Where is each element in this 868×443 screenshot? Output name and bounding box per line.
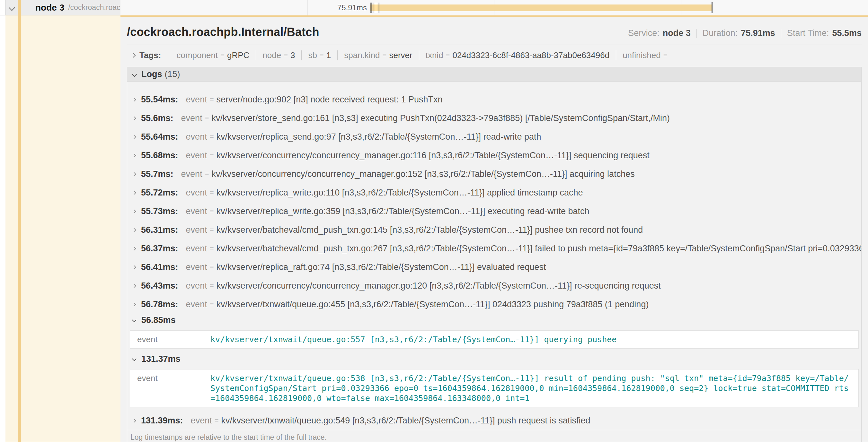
equals-sign: =	[210, 133, 214, 141]
log-field-value: kv/kvserver/replica_send.go:97 [n3,s3,r6…	[217, 132, 541, 142]
tag-item: txnid=024d3323-6c8f-4863-aa8b-37ab0e6349…	[419, 50, 616, 60]
log-entry-row-expanded[interactable]: 56.85ms	[127, 314, 861, 327]
chevron-right-icon[interactable]	[132, 172, 136, 176]
start-time-label: Start Time:	[787, 28, 829, 38]
duration-value: 75.91ms	[741, 28, 775, 38]
log-field-key: event	[186, 281, 207, 291]
log-timestamp: 55.6ms:	[141, 113, 174, 123]
log-field-value: kv/kvserver/replica_write.go:110 [n3,s3,…	[217, 188, 583, 198]
log-field-value: kv/kvserver/concurrency/concurrency_mana…	[212, 169, 635, 179]
log-field-key: event	[186, 150, 207, 161]
key-value-key: event	[130, 331, 210, 348]
chevron-right-icon[interactable]	[132, 154, 136, 158]
log-entry-row[interactable]: 55.68ms:event=kv/kvserver/concurrency/co…	[127, 146, 861, 165]
span-timeline: 75.91ms	[121, 0, 868, 15]
log-field-key: event	[186, 206, 207, 216]
chevron-down-icon[interactable]	[132, 356, 136, 361]
equals-sign: =	[320, 51, 324, 59]
span-duration-bar[interactable]	[370, 4, 713, 11]
log-field-key: event	[186, 95, 207, 105]
log-tick-marker	[374, 3, 374, 13]
log-field-value: kv/kvserver/replica_write.go:359 [n3,s3,…	[217, 206, 589, 216]
key-value-value: kv/kvserver/txnwait/queue.go:557 [n3,s3,…	[210, 331, 858, 348]
chevron-right-icon[interactable]	[132, 116, 136, 121]
tag-value: 024d3323-6c8f-4863-aa8b-37ab0e63496d	[452, 50, 610, 60]
meta-divider	[781, 29, 781, 38]
tag-item: unfinished=	[616, 50, 676, 60]
chevron-down-icon[interactable]	[132, 72, 137, 77]
log-entry-row[interactable]: 55.72ms:event=kv/kvserver/replica_write.…	[127, 183, 861, 202]
chevron-right-icon[interactable]	[132, 284, 136, 288]
chevron-right-icon[interactable]	[132, 302, 136, 307]
log-timestamp: 56.85ms	[141, 315, 176, 325]
chevron-right-icon[interactable]	[131, 53, 136, 58]
tags-summary-list: component=gRPCnode=3sb=1span.kind=server…	[170, 50, 676, 60]
log-timestamp: 56.31ms:	[141, 225, 178, 235]
logs-count: (15)	[165, 69, 180, 79]
log-field-value: kv/kvserver/concurrency/concurrency_mana…	[217, 150, 650, 161]
span-detail-panel: /cockroach.roachpb.Internal/Batch Servic…	[121, 15, 868, 442]
log-timestamp: 56.78ms:	[141, 300, 178, 309]
chevron-right-icon[interactable]	[132, 191, 136, 195]
chevron-right-icon[interactable]	[132, 135, 136, 139]
equals-sign: =	[210, 207, 214, 215]
tags-accordian[interactable]: Tags: component=gRPCnode=3sb=1span.kind=…	[127, 49, 862, 62]
equals-sign: =	[220, 51, 224, 59]
log-entry-row-expanded[interactable]: 131.37ms	[127, 352, 861, 365]
log-entry-row[interactable]: 55.54ms:event=server/node.go:902 [n3] no…	[127, 90, 861, 109]
log-tick-marker	[370, 3, 371, 13]
log-field-value: kv/kvserver/store_send.go:161 [n3,s3] ex…	[212, 113, 670, 123]
log-entry-row[interactable]: 56.41ms:event=kv/kvserver/replica_raft.g…	[127, 258, 861, 276]
logs-header[interactable]: Logs (15)	[127, 67, 861, 82]
log-key-value-table: eventkv/kvserver/txnwait/queue.go:538 [n…	[130, 369, 859, 407]
tag-key: span.kind	[344, 50, 380, 60]
chevron-right-icon[interactable]	[132, 209, 136, 213]
header-divider	[127, 45, 862, 45]
log-entry-row[interactable]: 55.7ms:event=kv/kvserver/concurrency/con…	[127, 165, 861, 183]
chevron-right-icon[interactable]	[132, 246, 136, 251]
equals-sign: =	[210, 189, 214, 197]
log-entry-row[interactable]: 56.78ms:event=kv/kvserver/txnwait/queue.…	[127, 295, 861, 314]
log-timestamp: 55.68ms:	[141, 150, 178, 161]
log-field-key: event	[186, 132, 207, 142]
tag-key: txnid	[426, 50, 443, 60]
equals-sign: =	[210, 95, 214, 104]
tag-item: span.kind=server	[338, 50, 419, 60]
tag-item: component=gRPC	[170, 50, 256, 60]
equals-sign: =	[210, 244, 214, 253]
chevron-down-icon[interactable]	[9, 4, 15, 11]
span-duration-label: 75.91ms	[337, 3, 367, 12]
tag-value: server	[389, 50, 412, 60]
log-entry-row[interactable]: 56.43ms:event=kv/kvserver/concurrency/co…	[127, 276, 861, 295]
start-time-value: 55.5ms	[832, 28, 862, 38]
chevron-down-icon[interactable]	[132, 318, 136, 322]
log-tick-marker	[378, 3, 378, 13]
tag-key: component	[176, 50, 218, 60]
span-row: node 3 /cockroach.roach… 75.91ms	[0, 0, 868, 15]
log-entry-row[interactable]: 56.31ms:event=kv/kvserver/batcheval/cmd_…	[127, 220, 861, 239]
log-tick-marker	[376, 3, 376, 13]
chevron-right-icon[interactable]	[132, 419, 136, 423]
log-entry-row[interactable]: 55.73ms:event=kv/kvserver/replica_write.…	[127, 202, 861, 220]
chevron-right-icon[interactable]	[132, 98, 136, 102]
log-tick-marker	[379, 3, 379, 13]
log-entry-row[interactable]: 131.39ms:event=kv/kvserver/txnwait/queue…	[127, 411, 861, 430]
span-operation-title: /cockroach.roachpb.Internal/Batch	[127, 25, 319, 39]
log-entry-row[interactable]: 55.6ms:event=kv/kvserver/store_send.go:1…	[127, 109, 861, 128]
tag-item: node=3	[256, 50, 302, 60]
equals-sign: =	[284, 51, 288, 59]
log-tick-marker	[377, 3, 377, 13]
span-color-indent-stripe	[18, 0, 21, 442]
log-entry-row[interactable]: 56.37ms:event=kv/kvserver/batcheval/cmd_…	[127, 239, 861, 258]
log-entry-row[interactable]: 55.64ms:event=kv/kvserver/replica_send.g…	[127, 128, 861, 146]
log-tick-marker	[375, 3, 375, 13]
span-name-cell[interactable]: node 3 /cockroach.roach…	[5, 0, 121, 15]
log-timestamp: 55.73ms:	[141, 206, 178, 216]
key-value-row: eventkv/kvserver/txnwait/queue.go:538 [n…	[130, 370, 858, 407]
log-field-value: kv/kvserver/batcheval/cmd_push_txn.go:14…	[217, 225, 643, 235]
equals-sign: =	[210, 226, 214, 234]
chevron-right-icon[interactable]	[132, 228, 136, 232]
service-value: node 3	[663, 28, 691, 38]
equals-sign: =	[205, 114, 209, 122]
chevron-right-icon[interactable]	[132, 265, 136, 269]
